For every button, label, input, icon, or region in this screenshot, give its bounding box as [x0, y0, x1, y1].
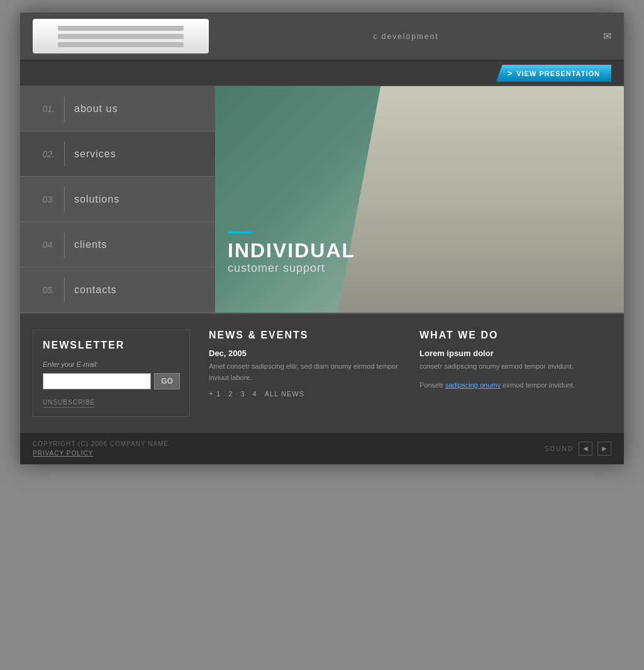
nav-item-services[interactable]: 02. services — [20, 131, 215, 177]
bottom-section: NEWSLETTER Enter your E-mail: GO UNSUBSC… — [20, 313, 624, 433]
page-sep-3: · — [248, 390, 250, 398]
nav-number-3: 03. — [20, 194, 64, 204]
hero-area: INDIVIDUAL customer support — [215, 86, 624, 313]
hero-image — [338, 86, 624, 313]
logo-line-3 — [58, 42, 184, 47]
privacy-policy-link[interactable]: PRIVACY POLICY — [33, 450, 171, 457]
unsubscribe-link[interactable]: UNSUBSCRIBE — [43, 399, 95, 408]
nav-divider-2 — [64, 142, 65, 167]
footer-copyright: COPYRIGHT (C) 2006 COMPANY NAME. — [33, 440, 171, 447]
page-wrapper: c development ✉ VIEW PRESENTATION 01. ab… — [20, 13, 624, 464]
nav-label-clients: clients — [74, 239, 107, 250]
news-pagination: + 1 · 2 · 3 · 4 · ALL NEWS — [209, 389, 401, 398]
news-text: Amet consetr sadipscing elitr, sed diam … — [209, 361, 401, 383]
news-section-title: NEWS & EVENTS — [209, 330, 401, 341]
whatwedo-text2: Ponsetr sadipscing onumy eirmod tempor i… — [419, 380, 611, 391]
newsletter-input-row: GO — [43, 373, 180, 389]
whatwedo-text2-link[interactable]: sadipscing onumy — [445, 381, 501, 389]
header: c development ✉ — [20, 13, 624, 61]
newsletter-email-label: Enter your E-mail: — [43, 360, 180, 368]
nav-number-5: 05. — [20, 285, 64, 295]
nav-number-2: 02. — [20, 149, 64, 159]
whatwedo-text1: consetr sadipscing onumy eirmod tempor i… — [419, 361, 611, 372]
footer: COPYRIGHT (C) 2006 COMPANY NAME. PRIVACY… — [20, 433, 624, 464]
logo-lines — [58, 23, 184, 50]
whatwedo-text2-suffix: eirmod tempor invidunt. — [501, 381, 575, 389]
all-news-link[interactable]: ALL NEWS — [265, 390, 304, 398]
nav-bar: VIEW PRESENTATION — [20, 61, 624, 86]
sound-off-button[interactable]: ◄ — [579, 442, 592, 455]
nav-item-contacts[interactable]: 05. contacts — [20, 267, 215, 313]
nav-label-services: services — [74, 148, 116, 160]
header-tagline: c development — [209, 32, 603, 41]
nav-divider-3 — [64, 187, 65, 212]
hero-accent-line — [228, 232, 253, 233]
footer-sound-label: SOUND — [545, 445, 574, 452]
hero-subtitle: customer support — [228, 262, 355, 275]
nav-number-1: 01. — [20, 104, 64, 114]
pagination-plus-icon: + — [209, 389, 213, 398]
main-content: 01. about us 02. services 03. solutions … — [20, 86, 624, 313]
hero-title: INDIVIDUAL — [228, 240, 355, 262]
logo-area — [33, 19, 209, 53]
footer-right: SOUND ◄ ► — [545, 442, 611, 455]
nav-item-solutions[interactable]: 03. solutions — [20, 177, 215, 222]
news-page-2[interactable]: 2 — [228, 390, 232, 398]
nav-label-solutions: solutions — [74, 194, 119, 205]
whatwedo-text2-prefix: Ponsetr — [419, 381, 445, 389]
nav-number-4: 04. — [20, 240, 64, 250]
nav-divider-4 — [64, 232, 65, 257]
news-page-3[interactable]: 3 — [240, 390, 244, 398]
footer-left: COPYRIGHT (C) 2006 COMPANY NAME. PRIVACY… — [33, 440, 171, 457]
hero-text-block: INDIVIDUAL customer support — [228, 232, 355, 275]
sound-on-button[interactable]: ► — [597, 442, 611, 455]
page-sep-1: · — [223, 390, 225, 398]
nav-divider-1 — [64, 96, 65, 121]
newsletter-email-input[interactable] — [43, 373, 151, 389]
news-page-4[interactable]: 4 — [253, 390, 257, 398]
whatwedo-box: WHAT WE DO Lorem ipsum dolor consetr sad… — [419, 330, 611, 417]
nav-item-clients[interactable]: 04. clients — [20, 222, 215, 267]
newsletter-box: NEWSLETTER Enter your E-mail: GO UNSUBSC… — [33, 330, 190, 417]
page-sep-4: · — [260, 390, 262, 398]
page-sep-2: · — [235, 390, 237, 398]
newsletter-title: NEWSLETTER — [43, 340, 180, 351]
email-icon: ✉ — [603, 30, 611, 42]
nav-label-contacts: contacts — [74, 284, 117, 296]
nav-divider-5 — [64, 277, 65, 303]
nav-item-about[interactable]: 01. about us — [20, 86, 215, 131]
nav-label-about: about us — [74, 103, 118, 114]
sidebar: 01. about us 02. services 03. solutions … — [20, 86, 215, 313]
whatwedo-title: WHAT WE DO — [419, 330, 611, 341]
whatwedo-heading: Lorem ipsum dolor — [419, 349, 611, 358]
news-box: NEWS & EVENTS Dec, 2005 Amet consetr sad… — [209, 330, 401, 417]
view-presentation-button[interactable]: VIEW PRESENTATION — [496, 65, 611, 82]
news-page-1[interactable]: 1 — [216, 390, 220, 398]
logo-line-2 — [58, 34, 184, 39]
news-date: Dec, 2005 — [209, 349, 401, 358]
newsletter-go-button[interactable]: GO — [154, 373, 180, 389]
logo-line-1 — [58, 26, 184, 31]
